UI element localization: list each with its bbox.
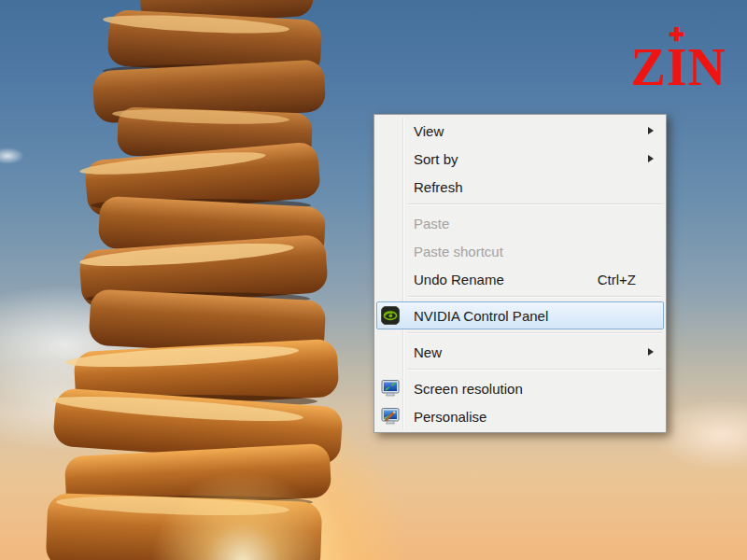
menu-item-label: Undo Rename <box>414 272 504 287</box>
menu-item-paste-shortcut: Paste shortcut <box>376 237 664 265</box>
menu-item-new[interactable]: New <box>376 338 664 366</box>
menu-item-personalise[interactable]: Personalise <box>376 402 664 430</box>
zin-letter: Z <box>630 38 666 96</box>
menu-item-undo-rename[interactable]: Undo Rename Ctrl+Z <box>376 265 664 293</box>
submenu-arrow-icon <box>648 155 654 162</box>
shortcut-label: Ctrl+Z <box>598 272 656 287</box>
menu-item-label: Screen resolution <box>414 381 523 397</box>
nvidia-logo-icon <box>381 306 400 325</box>
menu-item-screen-resolution[interactable]: Screen resolution <box>376 374 664 402</box>
menu-item-label: Sort by <box>414 151 458 167</box>
zin-letter: N <box>688 38 726 96</box>
menu-item-view[interactable]: View <box>376 117 664 145</box>
screen-resolution-monitor-icon <box>381 379 400 398</box>
menu-separator <box>408 296 662 298</box>
desktop-context-menu: View Sort by Refresh Paste Paste shortcu… <box>374 114 667 433</box>
menu-item-refresh[interactable]: Refresh <box>376 173 664 201</box>
menu-separator <box>408 203 662 205</box>
menu-item-label: Paste <box>414 216 449 231</box>
menu-item-nvidia-control-panel[interactable]: NVIDIA Control Panel <box>376 301 664 329</box>
menu-item-paste: Paste <box>376 209 664 237</box>
menu-item-label: Paste shortcut <box>414 244 503 259</box>
personalise-monitor-icon <box>381 407 400 426</box>
cross-icon: ✚ <box>669 25 685 44</box>
menu-separator <box>408 369 662 371</box>
menu-item-label: Personalise <box>414 409 486 425</box>
menu-item-sort-by[interactable]: Sort by <box>376 145 664 173</box>
menu-item-label: View <box>414 123 444 139</box>
menu-item-label: New <box>414 344 442 360</box>
menu-item-label: Refresh <box>414 179 463 195</box>
desktop-wallpaper[interactable]: Z✚IN View Sort by Refresh Paste Paste sh… <box>0 0 747 560</box>
submenu-arrow-icon <box>648 127 654 134</box>
menu-item-label: NVIDIA Control Panel <box>414 308 548 324</box>
zin-watermark: Z✚IN <box>630 41 726 93</box>
menu-separator <box>408 332 662 334</box>
zin-letter: I <box>667 38 688 96</box>
rock-stack-photo <box>0 0 374 560</box>
submenu-arrow-icon <box>648 348 654 356</box>
